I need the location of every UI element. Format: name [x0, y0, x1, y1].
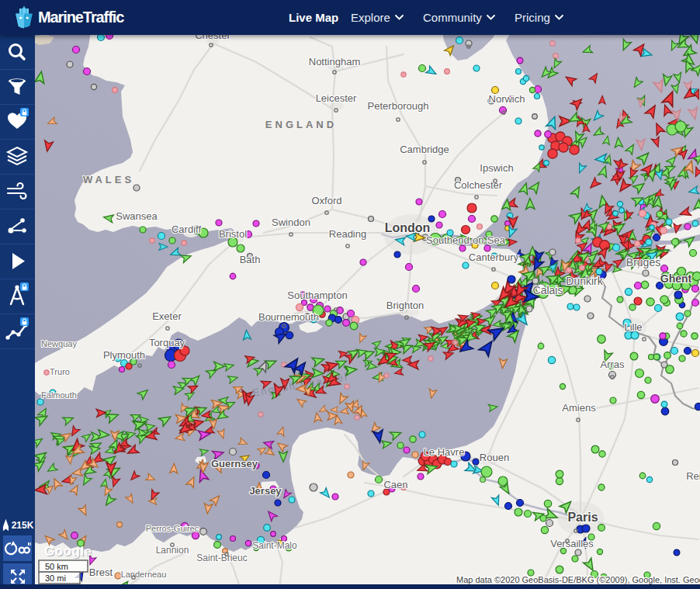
svg-text:Saint-Brieuc: Saint-Brieuc [196, 553, 247, 563]
svg-text:Norwich: Norwich [489, 93, 525, 105]
svg-text:Caen: Caen [383, 479, 407, 490]
svg-text:Dunkirk: Dunkirk [566, 275, 603, 287]
svg-text:Le Havre: Le Havre [424, 446, 465, 458]
svg-text:Bath: Bath [240, 254, 261, 265]
svg-text:Southampton: Southampton [287, 289, 347, 301]
svg-text:Nottingham: Nottingham [309, 56, 360, 68]
svg-text:Swansea: Swansea [116, 210, 158, 222]
svg-text:Colchester: Colchester [454, 179, 503, 191]
svg-text:Oxford: Oxford [311, 195, 341, 206]
svg-text:Arras: Arras [600, 359, 625, 370]
svg-text:London: London [385, 221, 431, 234]
svg-text:Ipswich: Ipswich [480, 162, 513, 174]
svg-text:Southend-on-Sea: Southend-on-Sea [426, 234, 506, 246]
svg-text:Cardiff: Cardiff [172, 223, 201, 235]
svg-text:Lille: Lille [624, 321, 642, 333]
svg-text:Landerneau: Landerneau [121, 570, 167, 579]
svg-text:Chester: Chester [195, 35, 230, 41]
svg-text:Bournemouth: Bournemouth [258, 311, 319, 323]
svg-text:Amiens: Amiens [562, 402, 596, 414]
svg-text:50 km: 50 km [45, 562, 68, 571]
svg-text:Google: Google [44, 544, 92, 559]
svg-text:Brighton: Brighton [386, 300, 424, 311]
svg-text:Saint-Malo: Saint-Malo [252, 540, 297, 551]
svg-text:Brest: Brest [89, 566, 113, 578]
svg-text:ENGLAND: ENGLAND [265, 119, 337, 130]
svg-text:Plymouth: Plymouth [103, 349, 145, 361]
svg-text:Jersey: Jersey [249, 485, 282, 497]
svg-text:Truro: Truro [50, 367, 70, 376]
svg-text:Leicester: Leicester [316, 92, 357, 104]
svg-text:Calais: Calais [533, 284, 563, 296]
svg-text:Falmouth: Falmouth [41, 390, 77, 400]
svg-text:Bristol: Bristol [219, 228, 247, 240]
svg-text:Canterbury: Canterbury [469, 251, 519, 263]
svg-text:30 mi: 30 mi [45, 573, 66, 583]
svg-text:Newquay: Newquay [41, 339, 77, 348]
svg-text:WALES: WALES [83, 174, 134, 185]
svg-text:Perros-Guirec: Perros-Guirec [146, 524, 199, 533]
svg-text:Paris: Paris [567, 511, 598, 524]
svg-text:Peterborough: Peterborough [368, 100, 429, 112]
svg-text:Cambridge: Cambridge [400, 144, 449, 155]
svg-text:Map data ©2020 GeoBasis-DE/BKG: Map data ©2020 GeoBasis-DE/BKG (©2009), … [456, 575, 700, 584]
svg-text:Swindon: Swindon [272, 217, 310, 228]
svg-text:Versailles: Versailles [550, 538, 594, 549]
svg-text:Rei: Rei [686, 470, 700, 482]
svg-text:Reading: Reading [329, 228, 366, 240]
svg-text:Torquay: Torquay [149, 337, 185, 348]
svg-text:Ghent: Ghent [660, 272, 692, 285]
svg-text:Exeter: Exeter [152, 310, 182, 322]
svg-text:Bruges: Bruges [626, 256, 660, 269]
svg-text:Rouen: Rouen [480, 452, 509, 463]
svg-text:Guernsey: Guernsey [211, 458, 258, 469]
